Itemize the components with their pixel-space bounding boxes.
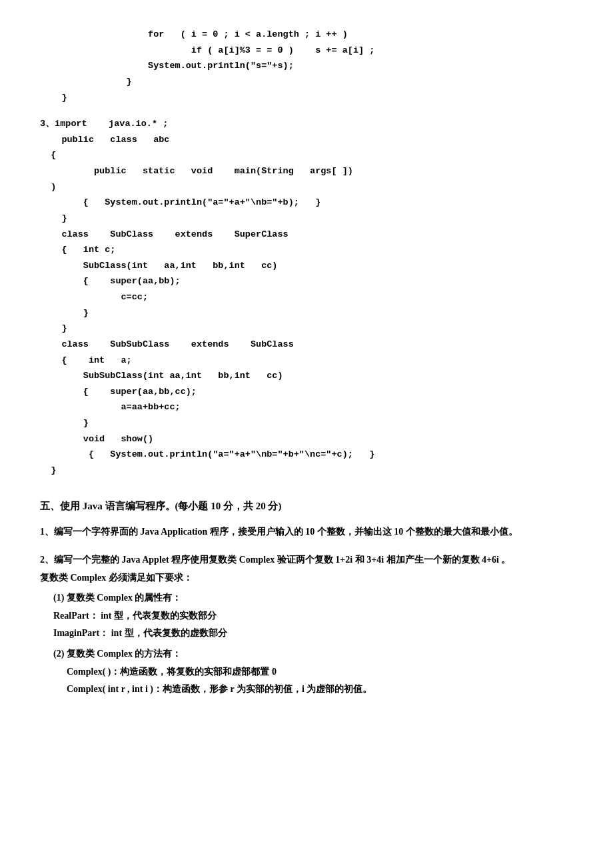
code-line: SubSubClass(int aa,int bb,int cc): [40, 368, 573, 384]
q2-item2-sub0: Complex( )：构造函数，将复数的实部和虚部都置 0: [67, 663, 573, 681]
q2-item1-sub1: ImaginPart： int 型，代表复数的虚数部分: [53, 625, 573, 643]
q2-item2-num: (2) 复数类 Complex 的方法有：: [53, 645, 573, 663]
q2-item1-num: (1) 复数类 Complex 的属性有：: [53, 589, 573, 607]
code-line: }: [40, 415, 573, 431]
code-line: }: [40, 463, 573, 479]
section5-title: 五、使用 Java 语言编写程序。(每小题 10 分，共 20 分): [40, 497, 573, 515]
code-line: System.out.println("s="+s);: [40, 58, 573, 74]
q2-item1-sub0: RealPart： int 型，代表复数的实数部分: [53, 607, 573, 625]
code-line: { super(aa,bb,cc);: [40, 384, 573, 400]
code-line: for ( i = 0 ; i < a.length ; i ++ ): [40, 27, 573, 43]
code-line: public static void main(String args[ ]): [40, 163, 573, 179]
code-line: {: [40, 147, 573, 163]
code-line: { int a;: [40, 353, 573, 369]
code-line: { int c;: [40, 242, 573, 258]
code-line: class SubClass extends SuperClass: [40, 227, 573, 243]
code-line: public class abc: [40, 132, 573, 148]
question1-text: 1、编写一个字符界面的 Java Application 程序，接受用户输入的 …: [40, 523, 573, 541]
code-line: }: [40, 90, 573, 106]
code-line: c=cc;: [40, 289, 573, 305]
code-line: void show(): [40, 431, 573, 447]
question1-block: 1、编写一个字符界面的 Java Application 程序，接受用户输入的 …: [40, 523, 573, 541]
code-line: { super(aa,bb);: [40, 273, 573, 289]
code-line: }: [40, 74, 573, 90]
code-line: if ( a[i]%3 = = 0 ) s += a[i] ;: [40, 43, 573, 59]
question2-req-intro: 复数类 Complex 必须满足如下要求：: [40, 569, 573, 587]
question2-item2: (2) 复数类 Complex 的方法有： Complex( )：构造函数，将复…: [40, 645, 573, 699]
code-line: 3、import java.io.* ;: [40, 116, 573, 132]
question2-intro: 2、编写一个完整的 Java Applet 程序使用复数类 Complex 验证…: [40, 551, 573, 569]
code-top: for ( i = 0 ; i < a.length ; i ++ ) if (…: [40, 27, 573, 105]
code-line: a=aa+bb+cc;: [40, 399, 573, 415]
question2-item1: (1) 复数类 Complex 的属性有： RealPart： int 型，代表…: [40, 589, 573, 643]
section3-code: 3、import java.io.* ; public class abc { …: [40, 116, 573, 478]
code-line: }: [40, 305, 573, 321]
code-line: { System.out.println("a="+a+"\nb="+b+"\n…: [40, 447, 573, 463]
code-line: ): [40, 179, 573, 195]
code-line: SubClass(int aa,int bb,int cc): [40, 258, 573, 274]
code-line: }: [40, 211, 573, 227]
code-line: }: [40, 321, 573, 337]
code-line: class SubSubClass extends SubClass: [40, 337, 573, 353]
q2-item2-sub1: Complex( int r , int i )：构造函数，形参 r 为实部的初…: [67, 681, 573, 699]
code-line: { System.out.println("a="+a+"\nb="+b); }: [40, 195, 573, 211]
question2-block: 2、编写一个完整的 Java Applet 程序使用复数类 Complex 验证…: [40, 551, 573, 699]
